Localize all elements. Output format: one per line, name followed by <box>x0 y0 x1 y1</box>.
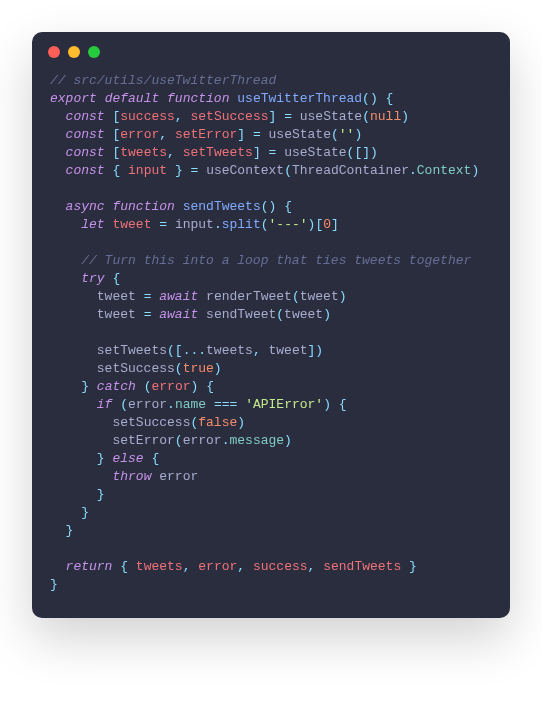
code-token: ) <box>214 361 222 376</box>
code-token: ] <box>237 127 245 142</box>
code-token: 'APIError' <box>245 397 323 412</box>
code-token <box>120 163 128 178</box>
code-token: tweet <box>97 289 144 304</box>
code-token: 0 <box>323 217 331 232</box>
code-token <box>237 397 245 412</box>
code-token <box>159 91 167 106</box>
minimize-icon[interactable] <box>68 46 80 58</box>
code-token: tweet <box>261 343 308 358</box>
code-token: ) <box>471 163 479 178</box>
code-line: async function sendTweets() { <box>50 199 292 214</box>
code-token: ) <box>315 343 323 358</box>
code-token: , <box>175 109 183 124</box>
code-token <box>206 397 214 412</box>
code-token <box>198 307 206 322</box>
code-token <box>50 397 97 412</box>
code-token <box>50 199 66 214</box>
code-token: ( <box>175 361 183 376</box>
code-line: const { input } = useContext(ThreadConta… <box>50 163 479 178</box>
code-token <box>50 451 97 466</box>
code-token: ( <box>292 289 300 304</box>
code-token: setError <box>112 433 174 448</box>
code-token <box>50 469 112 484</box>
code-token <box>50 217 81 232</box>
code-line: tweet = await sendTweet(tweet) <box>50 307 331 322</box>
code-token: sendTweets <box>323 559 401 574</box>
code-token: if <box>97 397 113 412</box>
code-token <box>175 145 183 160</box>
code-token: await <box>159 307 198 322</box>
code-token <box>50 127 66 142</box>
code-token: throw <box>112 469 151 484</box>
code-line: } <box>50 505 89 520</box>
code-token: === <box>214 397 237 412</box>
code-token: } <box>97 451 105 466</box>
code-token: sendTweet <box>206 307 276 322</box>
code-token: , <box>237 559 245 574</box>
code-token: ... <box>183 343 206 358</box>
code-token <box>315 559 323 574</box>
code-token <box>89 379 97 394</box>
code-token: error <box>128 397 167 412</box>
code-token: , <box>253 343 261 358</box>
code-token: const <box>66 145 105 160</box>
code-block: // src/utils/useTwitterThread export def… <box>32 68 510 618</box>
code-token: const <box>66 109 105 124</box>
code-line: const [success, setSuccess] = useState(n… <box>50 109 409 124</box>
code-token: ( <box>276 307 284 322</box>
code-token: ) <box>339 289 347 304</box>
code-token <box>50 109 66 124</box>
code-token <box>50 505 81 520</box>
code-token: , <box>159 127 167 142</box>
code-line: // src/utils/useTwitterThread <box>50 73 276 88</box>
code-line: } else { <box>50 451 159 466</box>
code-token <box>50 271 81 286</box>
code-token: else <box>112 451 143 466</box>
code-line: tweet = await renderTweet(tweet) <box>50 289 347 304</box>
code-token <box>167 217 175 232</box>
code-token <box>97 91 105 106</box>
code-token <box>128 559 136 574</box>
code-token <box>276 145 284 160</box>
code-token: setSuccess <box>190 109 268 124</box>
close-icon[interactable] <box>48 46 60 58</box>
code-token: tweet <box>97 307 144 322</box>
code-token: split <box>222 217 261 232</box>
code-token: [ <box>175 343 183 358</box>
code-token: try <box>81 271 104 286</box>
code-token <box>50 289 97 304</box>
code-token: useContext <box>206 163 284 178</box>
code-token: ] <box>362 145 370 160</box>
code-token: useState <box>269 127 331 142</box>
code-token: error <box>120 127 159 142</box>
code-token: } <box>97 487 105 502</box>
code-token: true <box>183 361 214 376</box>
code-line: try { <box>50 271 120 286</box>
code-token: ) <box>370 91 378 106</box>
code-token: ( <box>120 397 128 412</box>
code-token: { <box>284 199 292 214</box>
code-line: const [tweets, setTweets] = useState([]) <box>50 145 378 160</box>
code-token <box>50 433 112 448</box>
code-token <box>198 379 206 394</box>
code-token: { <box>151 451 159 466</box>
code-token: ThreadContainer <box>292 163 409 178</box>
code-token <box>198 163 206 178</box>
code-token: ( <box>167 343 175 358</box>
code-token: setTweets <box>183 145 253 160</box>
code-line: } <box>50 523 73 538</box>
code-token: { <box>206 379 214 394</box>
code-token <box>50 343 97 358</box>
code-token: . <box>409 163 417 178</box>
code-token: '' <box>339 127 355 142</box>
code-line: } catch (error) { <box>50 379 214 394</box>
code-token: async <box>66 199 105 214</box>
code-line: return { tweets, error, success, sendTwe… <box>50 559 417 574</box>
maximize-icon[interactable] <box>88 46 100 58</box>
code-token: error <box>198 559 237 574</box>
code-token: } <box>66 523 74 538</box>
code-token: ) <box>401 109 409 124</box>
code-token <box>167 163 175 178</box>
code-token <box>245 127 253 142</box>
code-token: // src/utils/useTwitterThread <box>50 73 276 88</box>
